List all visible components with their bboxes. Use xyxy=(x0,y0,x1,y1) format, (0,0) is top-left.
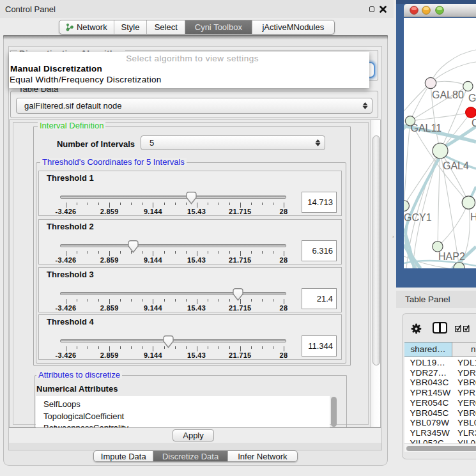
svg-text:GCY1: GCY1 xyxy=(404,212,432,223)
svg-text:G.: G. xyxy=(468,93,476,104)
svg-text:C: C xyxy=(472,118,476,128)
svg-text:GAL4: GAL4 xyxy=(443,160,469,171)
svg-text:GAL11: GAL11 xyxy=(411,123,442,134)
svg-text:GAL80: GAL80 xyxy=(432,89,464,100)
svg-text:HAP2: HAP2 xyxy=(438,251,465,262)
svg-text:H: H xyxy=(470,211,476,222)
